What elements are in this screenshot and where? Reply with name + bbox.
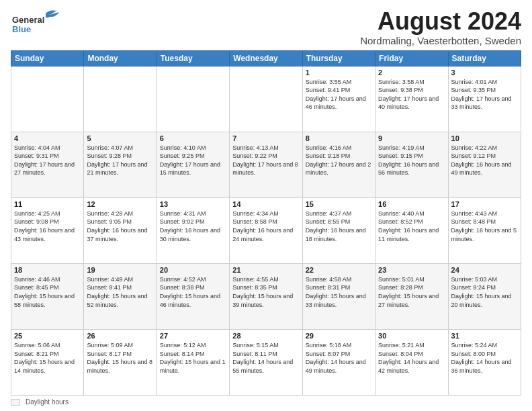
day-number: 14 [232, 200, 299, 208]
day-header: Saturday [448, 50, 521, 66]
calendar-cell: 14Sunrise: 4:34 AM Sunset: 8:58 PM Dayli… [230, 197, 302, 263]
day-info: Sunrise: 4:04 AM Sunset: 9:31 PM Dayligh… [14, 144, 81, 177]
day-number: 26 [87, 332, 153, 340]
day-info: Sunrise: 5:01 AM Sunset: 8:28 PM Dayligh… [378, 275, 445, 309]
calendar-cell: 8Sunrise: 4:16 AM Sunset: 9:18 PM Daylig… [302, 132, 375, 197]
calendar-cell: 25Sunrise: 5:06 AM Sunset: 8:21 PM Dayli… [11, 329, 84, 395]
day-number: 4 [14, 134, 81, 142]
day-header: Thursday [302, 50, 375, 66]
subtitle: Nordmaling, Vaesterbotten, Sweden [360, 35, 521, 46]
day-info: Sunrise: 3:55 AM Sunset: 9:41 PM Dayligh… [306, 78, 372, 111]
calendar-cell: 24Sunrise: 5:03 AM Sunset: 8:24 PM Dayli… [448, 263, 521, 329]
day-info: Sunrise: 4:46 AM Sunset: 8:45 PM Dayligh… [14, 275, 81, 309]
day-info: Sunrise: 5:03 AM Sunset: 8:24 PM Dayligh… [451, 275, 518, 309]
calendar-cell: 17Sunrise: 4:43 AM Sunset: 8:48 PM Dayli… [448, 197, 521, 263]
calendar-cell [84, 66, 157, 132]
calendar-cell: 21Sunrise: 4:55 AM Sunset: 8:35 PM Dayli… [230, 263, 302, 329]
day-info: Sunrise: 4:28 AM Sunset: 9:05 PM Dayligh… [87, 210, 153, 243]
day-number: 10 [451, 134, 518, 142]
day-number: 18 [14, 266, 81, 274]
calendar-week-row: 18Sunrise: 4:46 AM Sunset: 8:45 PM Dayli… [11, 263, 521, 329]
svg-text:Blue: Blue [12, 24, 31, 34]
calendar-cell: 16Sunrise: 4:40 AM Sunset: 8:52 PM Dayli… [375, 197, 448, 263]
day-number: 6 [160, 134, 226, 142]
day-info: Sunrise: 4:52 AM Sunset: 8:38 PM Dayligh… [160, 275, 226, 309]
logo: General Blue [11, 8, 64, 36]
calendar-cell: 5Sunrise: 4:07 AM Sunset: 9:28 PM Daylig… [84, 132, 157, 197]
day-info: Sunrise: 5:12 AM Sunset: 8:14 PM Dayligh… [160, 341, 226, 375]
daylight-label: Daylight hours [26, 398, 69, 406]
day-number: 25 [14, 332, 81, 340]
day-header: Monday [84, 50, 157, 66]
calendar-week-row: 11Sunrise: 4:25 AM Sunset: 9:08 PM Dayli… [11, 197, 521, 263]
calendar-cell: 27Sunrise: 5:12 AM Sunset: 8:14 PM Dayli… [157, 329, 229, 395]
day-number: 19 [87, 266, 153, 274]
header: General Blue August 2024 Nordmaling, Vae… [11, 8, 521, 46]
day-number: 17 [451, 200, 518, 208]
day-info: Sunrise: 5:06 AM Sunset: 8:21 PM Dayligh… [14, 341, 81, 375]
calendar-cell: 19Sunrise: 4:49 AM Sunset: 8:41 PM Dayli… [84, 263, 157, 329]
day-number: 9 [378, 134, 445, 142]
day-info: Sunrise: 4:40 AM Sunset: 8:52 PM Dayligh… [378, 210, 445, 243]
calendar-cell: 1Sunrise: 3:55 AM Sunset: 9:41 PM Daylig… [302, 66, 375, 132]
day-info: Sunrise: 4:43 AM Sunset: 8:48 PM Dayligh… [451, 210, 518, 243]
day-number: 1 [306, 68, 372, 77]
calendar-cell: 22Sunrise: 4:58 AM Sunset: 8:31 PM Dayli… [302, 263, 375, 329]
day-number: 16 [378, 200, 445, 208]
day-info: Sunrise: 5:21 AM Sunset: 8:04 PM Dayligh… [378, 341, 445, 375]
day-info: Sunrise: 4:34 AM Sunset: 8:58 PM Dayligh… [232, 210, 299, 243]
calendar-cell: 29Sunrise: 5:18 AM Sunset: 8:07 PM Dayli… [302, 329, 375, 395]
day-number: 21 [232, 266, 299, 274]
calendar-week-row: 4Sunrise: 4:04 AM Sunset: 9:31 PM Daylig… [11, 132, 521, 197]
calendar-cell: 20Sunrise: 4:52 AM Sunset: 8:38 PM Dayli… [157, 263, 229, 329]
day-info: Sunrise: 4:49 AM Sunset: 8:41 PM Dayligh… [87, 275, 153, 309]
calendar-cell: 11Sunrise: 4:25 AM Sunset: 9:08 PM Dayli… [11, 197, 84, 263]
page: General Blue August 2024 Nordmaling, Vae… [0, 0, 532, 411]
calendar-cell: 30Sunrise: 5:21 AM Sunset: 8:04 PM Dayli… [375, 329, 448, 395]
calendar-cell [157, 66, 229, 132]
calendar-cell: 31Sunrise: 5:24 AM Sunset: 8:00 PM Dayli… [448, 329, 521, 395]
day-info: Sunrise: 4:58 AM Sunset: 8:31 PM Dayligh… [306, 275, 372, 309]
footer: Daylight hours [11, 398, 521, 406]
day-number: 24 [451, 266, 518, 274]
calendar: SundayMondayTuesdayWednesdayThursdayFrid… [11, 50, 521, 396]
day-number: 29 [306, 332, 372, 340]
day-info: Sunrise: 5:09 AM Sunset: 8:17 PM Dayligh… [87, 341, 153, 375]
day-header: Wednesday [230, 50, 302, 66]
day-header: Tuesday [157, 50, 229, 66]
calendar-cell: 7Sunrise: 4:13 AM Sunset: 9:22 PM Daylig… [230, 132, 302, 197]
day-number: 3 [451, 68, 518, 77]
day-number: 2 [378, 68, 445, 77]
day-number: 23 [378, 266, 445, 274]
day-header: Friday [375, 50, 448, 66]
day-number: 28 [232, 332, 299, 340]
calendar-cell: 3Sunrise: 4:01 AM Sunset: 9:35 PM Daylig… [448, 66, 521, 132]
day-info: Sunrise: 5:15 AM Sunset: 8:11 PM Dayligh… [232, 341, 299, 375]
day-info: Sunrise: 4:22 AM Sunset: 9:12 PM Dayligh… [451, 144, 518, 177]
day-info: Sunrise: 4:07 AM Sunset: 9:28 PM Dayligh… [87, 144, 153, 177]
calendar-cell: 2Sunrise: 3:58 AM Sunset: 9:38 PM Daylig… [375, 66, 448, 132]
calendar-cell: 4Sunrise: 4:04 AM Sunset: 9:31 PM Daylig… [11, 132, 84, 197]
calendar-cell: 6Sunrise: 4:10 AM Sunset: 9:25 PM Daylig… [157, 132, 229, 197]
calendar-cell: 26Sunrise: 5:09 AM Sunset: 8:17 PM Dayli… [84, 329, 157, 395]
day-info: Sunrise: 4:31 AM Sunset: 9:02 PM Dayligh… [160, 210, 226, 243]
day-number: 30 [378, 332, 445, 340]
calendar-cell: 23Sunrise: 5:01 AM Sunset: 8:28 PM Dayli… [375, 263, 448, 329]
day-number: 27 [160, 332, 226, 340]
calendar-cell: 12Sunrise: 4:28 AM Sunset: 9:05 PM Dayli… [84, 197, 157, 263]
day-number: 31 [451, 332, 518, 340]
day-number: 8 [306, 134, 372, 142]
svg-text:General: General [12, 15, 44, 25]
day-number: 13 [160, 200, 226, 208]
logo-svg: General Blue [11, 8, 64, 36]
day-number: 7 [232, 134, 299, 142]
calendar-header-row: SundayMondayTuesdayWednesdayThursdayFrid… [11, 50, 521, 66]
calendar-cell [230, 66, 302, 132]
day-info: Sunrise: 5:18 AM Sunset: 8:07 PM Dayligh… [306, 341, 372, 375]
day-info: Sunrise: 3:58 AM Sunset: 9:38 PM Dayligh… [378, 78, 445, 111]
day-number: 15 [306, 200, 372, 208]
day-header: Sunday [11, 50, 84, 66]
calendar-cell: 13Sunrise: 4:31 AM Sunset: 9:02 PM Dayli… [157, 197, 229, 263]
day-info: Sunrise: 4:55 AM Sunset: 8:35 PM Dayligh… [232, 275, 299, 309]
day-number: 11 [14, 200, 81, 208]
